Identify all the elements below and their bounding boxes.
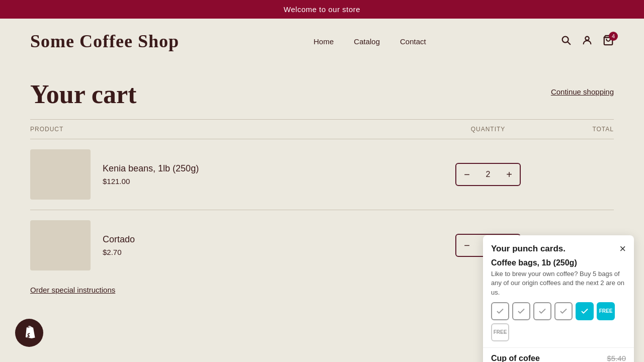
popup-close-button[interactable]: ×: [619, 243, 626, 254]
stamp-2: [512, 302, 530, 320]
cart-title: Your cart: [30, 79, 136, 109]
product-row-1: Kenia beans, 1lb (250g) $121.00 − 2 +: [30, 139, 614, 210]
cart-header: Your cart Continue shopping: [30, 79, 614, 109]
main-nav: Home Catalog Contact: [313, 37, 426, 46]
cup-name: Cup of cofee: [491, 354, 540, 362]
quantity-col-header: QUANTITY: [438, 126, 538, 133]
main-content: Your cart Continue shopping PRODUCT QUAN…: [0, 64, 644, 309]
cart-count-badge: 4: [609, 32, 618, 41]
header: Some Coffee Shop Home Catalog Contact 4: [0, 19, 644, 64]
product-image-2: [30, 220, 91, 270]
cup-price: $5.40: [607, 354, 626, 362]
product-price-2: $2.70: [103, 248, 438, 256]
shopify-badge[interactable]: [15, 319, 43, 347]
coffee-bags-name: Coffee bags, 1b (250g): [491, 258, 626, 267]
banner-text: Welcome to our store: [284, 5, 360, 14]
header-icons: 4: [560, 35, 614, 49]
site-logo[interactable]: Some Coffee Shop: [30, 31, 179, 52]
stamp-7: FREE: [491, 323, 509, 341]
nav-catalog[interactable]: Catalog: [354, 37, 380, 46]
stamp-5: [576, 302, 594, 320]
search-button[interactable]: [560, 35, 572, 49]
popup-title: Your punch cards.: [491, 244, 566, 254]
product-name-1: Kenia beans, 1lb (250g): [103, 163, 438, 174]
coffee-bags-section: Coffee bags, 1b (250g) Like to brew your…: [483, 258, 634, 348]
popup-header: Your punch cards. ×: [483, 235, 634, 258]
cart-button[interactable]: 4: [603, 35, 614, 49]
product-image-1: [30, 149, 91, 200]
product-info-1: Kenia beans, 1lb (250g) $121.00: [103, 163, 438, 186]
increase-qty-1[interactable]: +: [499, 164, 520, 185]
account-button[interactable]: [582, 35, 593, 49]
decrease-qty-2[interactable]: −: [456, 235, 477, 256]
coffee-bags-description: Like to brew your own coffee? Buy 5 bags…: [491, 269, 626, 297]
stamp-1: [491, 302, 509, 320]
stamp-4: [554, 302, 573, 320]
continue-shopping-link[interactable]: Continue shopping: [551, 87, 614, 96]
product-info-2: Cortado $2.70: [103, 234, 438, 256]
svg-point-2: [585, 36, 589, 40]
decrease-qty-1[interactable]: −: [456, 164, 477, 185]
total-col-header: TOTAL: [538, 126, 614, 133]
quantity-control-1: − 2 +: [438, 163, 538, 186]
cup-header: Cup of cofee $5.40: [491, 354, 626, 362]
nav-home[interactable]: Home: [313, 37, 334, 46]
coffee-bags-stamps: FREE FREE: [491, 302, 626, 341]
qty-box-1: − 2 +: [455, 163, 521, 186]
qty-value-1: 2: [477, 170, 499, 179]
product-col-header: PRODUCT: [30, 126, 438, 133]
welcome-banner: Welcome to our store: [0, 0, 644, 19]
product-price-1: $121.00: [103, 177, 438, 186]
stamp-6: FREE: [597, 302, 615, 320]
nav-contact[interactable]: Contact: [400, 37, 426, 46]
stamp-3: [533, 302, 551, 320]
punch-card-popup: Your punch cards. × Coffee bags, 1b (250…: [483, 235, 634, 362]
cup-of-coffee-section: Cup of cofee $5.40 Buy 5 cups of cofee a…: [483, 348, 634, 362]
cart-table-header: PRODUCT QUANTITY TOTAL: [30, 119, 614, 139]
svg-line-1: [568, 42, 570, 44]
product-name-2: Cortado: [103, 234, 438, 245]
